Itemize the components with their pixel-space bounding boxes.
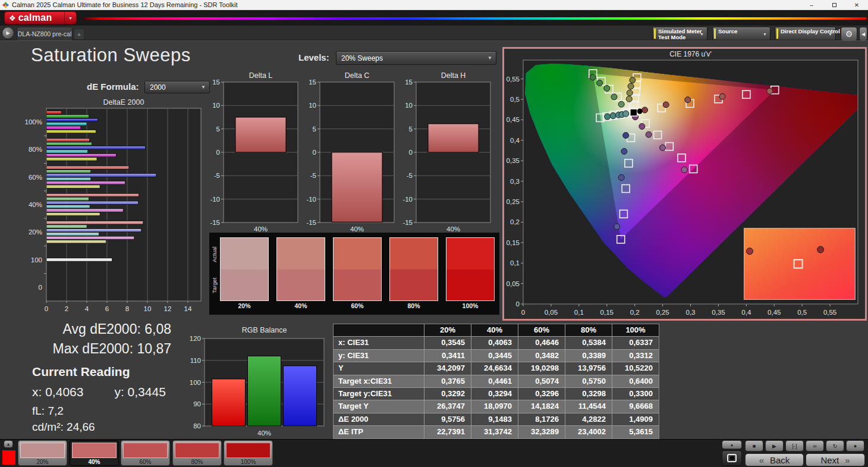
- svg-text:0,05: 0,05: [545, 309, 558, 316]
- patch-button-100%[interactable]: 100%: [224, 440, 273, 466]
- current-reading-title: Current Reading: [32, 365, 130, 379]
- svg-text:6: 6: [105, 305, 109, 312]
- current-fl-readout: fL: 7,2: [32, 405, 64, 418]
- table-cell: 0,3312: [612, 350, 659, 362]
- chevron-down-icon: ▼: [700, 32, 704, 36]
- svg-text:0,35: 0,35: [507, 157, 520, 164]
- svg-text:0,45: 0,45: [768, 309, 781, 316]
- tab-active-layout[interactable]: DLA-NZ800 pre-cal: [17, 27, 73, 40]
- restore-icon[interactable]: [823, 0, 845, 10]
- patch-button-80%[interactable]: 80%: [172, 440, 222, 466]
- next-button[interactable]: Next »: [806, 453, 865, 466]
- expand-patches-button[interactable]: ▲: [4, 440, 13, 448]
- table-row-label: Target Y: [334, 400, 424, 412]
- rgb-balance-chart: 1201101009080RGB Balance40%: [188, 325, 328, 438]
- expand-controls-button[interactable]: ▲: [722, 440, 742, 449]
- main-content: Saturation Sweeps Levels: 20% Sweeps ▼ d…: [0, 40, 868, 439]
- patch-window-button[interactable]: [722, 450, 742, 466]
- table-cell: 9,6668: [612, 400, 659, 412]
- table-cell: 0,5750: [565, 375, 612, 387]
- table-cell: 0,3765: [424, 375, 471, 387]
- accent-stripe: [776, 29, 778, 39]
- svg-text:12: 12: [164, 305, 172, 312]
- svg-text:60%: 60%: [29, 174, 42, 181]
- chevron-down-icon: ▼: [828, 32, 832, 36]
- svg-text:4: 4: [85, 305, 89, 312]
- swatch-target: [390, 269, 438, 301]
- avg-de-line: Avg dE2000: 6,08: [23, 319, 171, 339]
- svg-text:15: 15: [212, 79, 220, 86]
- swatch-60%: [333, 237, 382, 301]
- svg-text:0,3: 0,3: [510, 178, 520, 185]
- table-cell: 13,9756: [565, 362, 612, 374]
- patch-window-icon: [727, 454, 737, 462]
- levels-dropdown-value: 20% Sweeps: [341, 54, 383, 62]
- loop-button[interactable]: ∞: [806, 440, 824, 452]
- levels-dropdown[interactable]: 20% Sweeps ▼: [336, 51, 496, 65]
- table-header-cell: [334, 324, 424, 336]
- collapse-panel-button[interactable]: ◀: [859, 27, 867, 41]
- patch-color: [175, 443, 219, 458]
- svg-text:120: 120: [190, 335, 201, 342]
- svg-text:80%: 80%: [29, 146, 42, 153]
- delta-h-chart: 151050-5-10-15Delta H40%: [402, 71, 492, 233]
- meter-dropdown[interactable]: Simulated Meter Test Mode ▼: [652, 27, 707, 40]
- display-control-dropdown[interactable]: Direct Display Control ▼: [775, 27, 836, 40]
- svg-text:0,3: 0,3: [686, 309, 696, 316]
- step-button[interactable]: [-]: [785, 440, 804, 452]
- patch-button-60%[interactable]: 60%: [121, 440, 170, 466]
- patch-button-40%[interactable]: 40%: [70, 440, 119, 466]
- de-formula-dropdown[interactable]: 2000 ▼: [144, 81, 210, 93]
- cie-1976-chart: 000,050,050,10,10,150,150,20,20,250,250,…: [504, 49, 865, 319]
- current-xy-readout: x: 0,4063y: 0,3445: [32, 385, 166, 399]
- svg-text:0,4: 0,4: [741, 309, 751, 316]
- swatch-label: 80%: [389, 302, 438, 309]
- table-cell: 0,3298: [565, 388, 612, 400]
- svg-text:10: 10: [309, 102, 316, 109]
- svg-text:0: 0: [39, 284, 42, 291]
- table-cell: 0,6337: [612, 337, 659, 349]
- levels-label: Levels:: [298, 52, 329, 62]
- play-button[interactable]: ▶: [765, 440, 784, 452]
- patch-button-20%[interactable]: 20%: [18, 440, 67, 466]
- svg-text:CIE 1976 u'v': CIE 1976 u'v': [669, 50, 712, 58]
- svg-text:10: 10: [144, 305, 152, 312]
- table-header-cell: 100%: [612, 324, 659, 336]
- svg-text:0: 0: [409, 149, 413, 156]
- swatch-target: [446, 269, 494, 301]
- svg-text:100: 100: [31, 256, 42, 264]
- stop-button[interactable]: ■: [745, 440, 763, 452]
- svg-text:15: 15: [309, 79, 316, 86]
- svg-text:-15: -15: [306, 219, 316, 226]
- settings-button[interactable]: ⚙: [841, 27, 857, 41]
- calman-logo-text: calman: [18, 12, 52, 23]
- chevron-down-icon: ▼: [488, 55, 492, 61]
- source-dropdown[interactable]: Source ▼: [712, 27, 770, 40]
- svg-text:100%: 100%: [25, 118, 42, 126]
- svg-text:2: 2: [65, 305, 68, 312]
- calman-menu-button[interactable]: ❖ calman ▼: [4, 11, 77, 24]
- table-cell: 0,3482: [518, 350, 565, 362]
- table-cell: 10,5220: [612, 362, 659, 374]
- svg-text:0,35: 0,35: [712, 309, 725, 316]
- svg-text:10: 10: [212, 102, 220, 109]
- svg-text:90: 90: [193, 400, 201, 408]
- calman-app-icon: [2, 2, 9, 8]
- table-cell: 0,3389: [565, 350, 612, 362]
- refresh-button[interactable]: ↻: [826, 440, 844, 452]
- record-button[interactable]: ●: [846, 440, 864, 452]
- back-button[interactable]: « Back: [745, 453, 804, 466]
- layout-nav-button[interactable]: ▶: [2, 27, 14, 39]
- svg-text:-10: -10: [210, 196, 220, 203]
- add-tab-button[interactable]: +: [74, 29, 84, 40]
- table-cell: 0,4646: [518, 337, 565, 349]
- svg-text:0,4: 0,4: [510, 137, 520, 144]
- app-window: Calman 2025 Calman Ultimate for Business…: [0, 0, 868, 467]
- table-cell: 0,4063: [471, 337, 518, 349]
- table-header-cell: 80%: [565, 324, 612, 336]
- table-cell: 0,3411: [424, 350, 471, 362]
- svg-text:-5: -5: [214, 172, 220, 179]
- minimize-icon[interactable]: –: [800, 0, 823, 10]
- close-icon[interactable]: ✕: [845, 0, 868, 10]
- table-cell: 0,3294: [471, 388, 518, 400]
